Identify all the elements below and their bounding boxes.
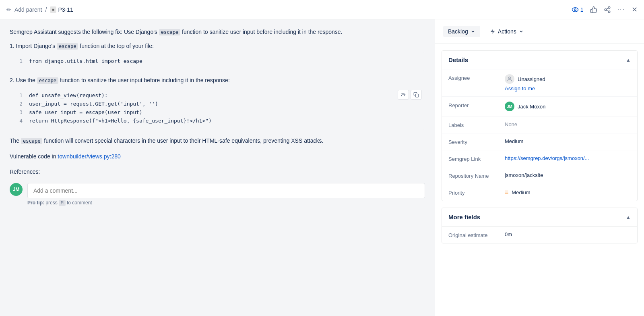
actions-label: Actions bbox=[498, 28, 516, 35]
references-label: References: bbox=[10, 167, 425, 176]
add-parent-label[interactable]: Add parent bbox=[14, 6, 42, 13]
reporter-label: Reporter bbox=[448, 102, 505, 108]
labels-value: None bbox=[505, 121, 631, 127]
copy-button[interactable] bbox=[411, 90, 422, 100]
thumbs-up-button[interactable] bbox=[590, 6, 597, 13]
code-content: safe_user_input = escape(user_input) bbox=[29, 108, 142, 117]
severity-text: Medium bbox=[505, 138, 523, 144]
severity-value: Medium bbox=[505, 138, 631, 144]
code-line-1: 1 from django.utils.html import escape bbox=[16, 57, 419, 66]
semgrep-link-value: https://semgrep.dev/orgs/jsmoxon/... bbox=[505, 155, 631, 161]
vuln-line: Vulnerable code in townbuilder/views.py:… bbox=[10, 152, 425, 161]
pro-tip-rest: to comment bbox=[67, 200, 92, 206]
repo-value: jsmoxon/jacksite bbox=[505, 172, 631, 178]
code-block-2: 1 def unsafe_view(request): 2 user_input… bbox=[10, 87, 425, 130]
repo-row: Repository Name jsmoxon/jacksite bbox=[442, 167, 637, 184]
svg-point-9 bbox=[509, 77, 511, 79]
labels-none: None bbox=[505, 121, 517, 127]
priority-medium: ≡ Medium bbox=[505, 189, 631, 195]
svg-rect-8 bbox=[415, 94, 419, 97]
details-section-header[interactable]: Details ▲ bbox=[442, 51, 637, 69]
close-button[interactable]: ✕ bbox=[632, 5, 638, 14]
bolt-icon bbox=[490, 29, 495, 34]
comment-input[interactable] bbox=[27, 183, 425, 198]
vuln-prefix: Vulnerable code in bbox=[10, 153, 56, 160]
priority-label: Priority bbox=[448, 189, 505, 196]
reporter-name: Jack Moxon bbox=[518, 104, 545, 110]
reporter-row: Reporter JM Jack Moxon bbox=[442, 97, 637, 116]
code-content: def unsafe_view(request): bbox=[29, 91, 108, 100]
labels-label: Labels bbox=[448, 121, 505, 128]
svg-point-0 bbox=[572, 7, 578, 12]
semgrep-link[interactable]: https://semgrep.dev/orgs/jsmoxon/... bbox=[505, 155, 589, 161]
comment-area: JM bbox=[10, 183, 425, 198]
priority-icon: ≡ bbox=[505, 189, 508, 195]
breadcrumb-sep: / bbox=[45, 6, 47, 13]
original-estimate-label: Original estimate bbox=[448, 231, 505, 238]
severity-label: Severity bbox=[448, 138, 505, 145]
line-num: 3 bbox=[16, 108, 23, 117]
assign-to-me-link[interactable]: Assign to me bbox=[505, 85, 631, 91]
left-panel: Semgrep Assistant suggests the following… bbox=[0, 19, 435, 316]
details-chevron-icon: ▲ bbox=[626, 57, 631, 63]
backlog-button[interactable]: Backlog bbox=[443, 26, 480, 37]
more-fields-chevron-icon: ▲ bbox=[626, 214, 631, 220]
code-line-2-2: 2 user_input = request.GET.get('input', … bbox=[16, 100, 419, 108]
vuln-link[interactable]: townbuilder/views.py:280 bbox=[58, 153, 120, 160]
step2-heading: 2. Use the escape function to sanitize t… bbox=[10, 77, 425, 83]
svg-point-4 bbox=[608, 11, 610, 13]
user-icon bbox=[507, 76, 512, 82]
action-bar: Backlog Actions bbox=[435, 19, 644, 44]
explanation-prefix: The bbox=[10, 137, 19, 144]
watch-count-number: 1 bbox=[580, 6, 584, 13]
repo-name: jsmoxon/jacksite bbox=[505, 172, 543, 178]
reporter-group: JM Jack Moxon bbox=[505, 102, 631, 111]
original-estimate-value: 0m bbox=[505, 231, 631, 237]
wrap-icon bbox=[400, 92, 406, 98]
eye-icon bbox=[572, 6, 579, 13]
pro-tip: Pro tip: press M to comment bbox=[27, 200, 425, 206]
code-block-1-inner: 1 from django.utils.html import escape bbox=[10, 52, 425, 71]
pencil-icon: ✏ bbox=[6, 6, 11, 13]
assignee-row: Assignee Unassigned Assign to me bbox=[442, 69, 637, 97]
svg-line-6 bbox=[606, 8, 608, 9]
share-button[interactable] bbox=[604, 6, 611, 13]
main-layout: Semgrep Assistant suggests the following… bbox=[0, 19, 644, 316]
line-num: 1 bbox=[16, 57, 23, 66]
code-block-actions bbox=[398, 90, 422, 100]
more-options-button[interactable]: ··· bbox=[617, 6, 625, 13]
priority-text: Medium bbox=[512, 189, 530, 195]
code-content: from django.utils.html import escape bbox=[29, 57, 142, 66]
details-section: Details ▲ Assignee Unassigned Assign to … bbox=[442, 50, 638, 201]
step2-code: escape bbox=[37, 77, 58, 84]
assignee-value: Unassigned Assign to me bbox=[505, 74, 631, 91]
code-block-2-inner: 1 def unsafe_view(request): 2 user_input… bbox=[10, 87, 425, 130]
priority-row: Priority ≡ Medium bbox=[442, 184, 637, 201]
intro-code: escape bbox=[159, 29, 180, 35]
user-avatar: JM bbox=[10, 183, 23, 196]
more-fields-section: More fields ▲ Original estimate 0m bbox=[442, 208, 638, 243]
reporter-avatar: JM bbox=[505, 102, 514, 111]
intro-prefix: Semgrep Assistant suggests the following… bbox=[10, 29, 157, 35]
code-line-2-1: 1 def unsafe_view(request): bbox=[16, 91, 419, 100]
chevron-down-icon bbox=[471, 29, 475, 34]
line-num: 1 bbox=[16, 91, 23, 100]
actions-button[interactable]: Actions bbox=[485, 26, 528, 37]
more-fields-header[interactable]: More fields ▲ bbox=[442, 208, 637, 227]
step2-label: 2. Use the bbox=[10, 77, 35, 83]
svg-point-2 bbox=[608, 6, 610, 8]
watch-count[interactable]: 1 bbox=[572, 6, 584, 13]
line-num: 4 bbox=[16, 117, 23, 125]
svg-point-3 bbox=[605, 8, 607, 10]
wrap-button[interactable] bbox=[398, 90, 409, 100]
issue-id: P3-11 bbox=[58, 6, 73, 13]
intro-rest: function to sanitize user input before i… bbox=[182, 29, 342, 35]
pro-tip-key: M bbox=[59, 200, 66, 206]
code-line-2-4: 4 return HttpResponse(f"<h1>Hello, {safe… bbox=[16, 117, 419, 125]
more-fields-title: More fields bbox=[448, 214, 480, 220]
labels-row: Labels None bbox=[442, 116, 637, 133]
semgrep-link-label: Semgrep Link bbox=[448, 155, 505, 162]
priority-value: ≡ Medium bbox=[505, 189, 631, 195]
backlog-label: Backlog bbox=[448, 28, 468, 35]
thumbs-up-icon bbox=[590, 6, 597, 13]
